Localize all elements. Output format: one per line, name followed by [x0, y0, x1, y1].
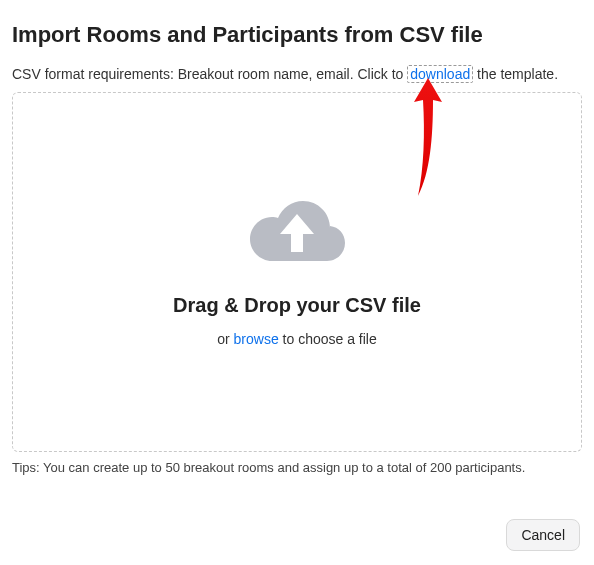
- csv-dropzone[interactable]: Drag & Drop your CSV file or browse to c…: [12, 92, 582, 452]
- tips-text: Tips: You can create up to 50 breakout r…: [12, 460, 582, 475]
- dialog-footer: Cancel: [506, 519, 580, 551]
- format-suffix: the template.: [473, 66, 558, 82]
- dropzone-subtitle: or browse to choose a file: [217, 331, 377, 347]
- browse-link[interactable]: browse: [234, 331, 279, 347]
- dropzone-sub-prefix: or: [217, 331, 233, 347]
- cancel-button[interactable]: Cancel: [506, 519, 580, 551]
- cloud-upload-icon: [242, 188, 352, 270]
- format-prefix: CSV format requirements: Breakout room n…: [12, 66, 407, 82]
- dropzone-title: Drag & Drop your CSV file: [173, 294, 421, 317]
- download-template-link[interactable]: download: [407, 65, 473, 83]
- dropzone-sub-suffix: to choose a file: [279, 331, 377, 347]
- format-requirements: CSV format requirements: Breakout room n…: [12, 66, 582, 82]
- page-title: Import Rooms and Participants from CSV f…: [12, 22, 582, 48]
